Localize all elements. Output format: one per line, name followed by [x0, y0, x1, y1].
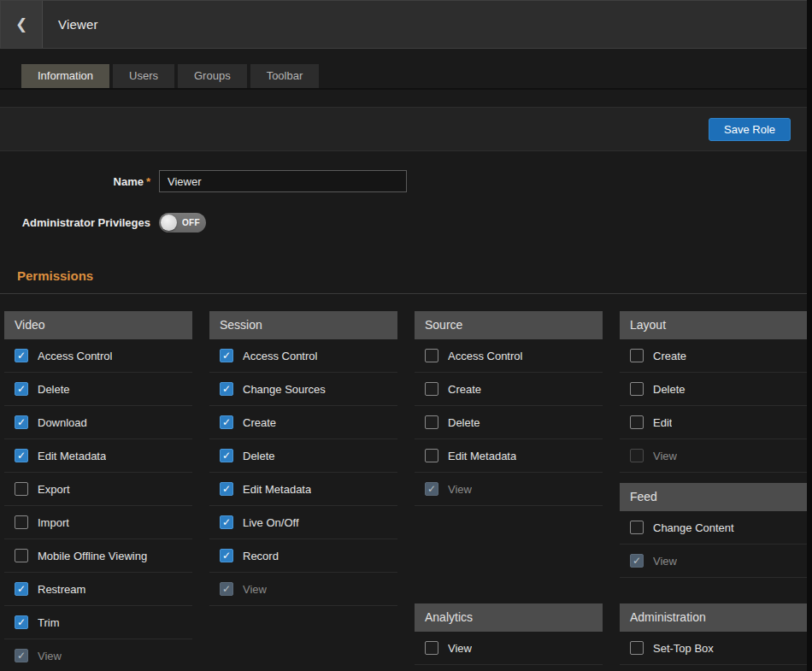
permission-label: Change Content — [653, 521, 734, 534]
permission-row-session-record: ✓Record — [209, 539, 397, 573]
checkbox-video-edit-metadata[interactable]: ✓ — [15, 449, 28, 462]
admin-privileges-row: Administrator Privileges OFF — [0, 213, 812, 232]
permission-group-video: Video✓Access Control✓Delete✓Download✓Edi… — [4, 311, 192, 671]
permission-row-video-download: ✓Download — [4, 406, 192, 439]
permission-row-session-edit-metadata: ✓Edit Metadata — [209, 473, 397, 506]
checkbox-administration-set-top-box[interactable] — [630, 641, 644, 655]
tab-users[interactable]: Users — [113, 64, 174, 88]
checkbox-video-restream[interactable]: ✓ — [15, 582, 28, 596]
permission-label: View — [653, 450, 677, 462]
permission-row-administration-set-top-box: Set-Top Box — [620, 632, 808, 665]
permission-row-video-edit-metadata: ✓Edit Metadata — [4, 439, 192, 473]
permission-label: Record — [243, 550, 279, 562]
permission-group-session: Session✓Access Control✓Change Sources✓Cr… — [209, 311, 397, 606]
permission-label: Access Control — [243, 350, 317, 362]
checkbox-video-delete[interactable]: ✓ — [15, 382, 28, 396]
save-role-button[interactable]: Save Role — [709, 118, 791, 141]
permission-label: Live On/Off — [243, 516, 299, 529]
tab-information[interactable]: Information — [21, 64, 109, 88]
name-input[interactable] — [159, 170, 407, 192]
checkbox-video-export[interactable] — [15, 482, 28, 496]
permission-label: View — [448, 483, 472, 496]
permission-label: Edit — [653, 416, 672, 429]
checkbox-video-access-control[interactable]: ✓ — [15, 349, 28, 362]
checkbox-session-live-on-off[interactable]: ✓ — [220, 515, 233, 529]
permission-row-session-create: ✓Create — [209, 406, 397, 439]
permission-row-video-import: Import — [4, 506, 192, 539]
permission-row-feed-view: ✓View — [620, 544, 808, 578]
checkbox-session-record[interactable]: ✓ — [220, 549, 233, 562]
toggle-state-label: OFF — [182, 218, 200, 227]
group-header-video: Video — [4, 311, 192, 339]
tab-groups[interactable]: Groups — [178, 64, 247, 88]
group-header-analytics: Analytics — [415, 603, 603, 632]
checkbox-layout-edit[interactable] — [630, 415, 644, 429]
top-header: ❮ Viewer — [0, 0, 812, 49]
checkbox-video-mobile-offline-viewing[interactable] — [15, 549, 28, 562]
permission-label: Change Sources — [243, 383, 326, 396]
toggle-knob-icon — [161, 215, 177, 231]
checkbox-source-create[interactable] — [425, 382, 438, 396]
permission-row-video-view: ✓View — [4, 639, 192, 671]
permission-label: Trim — [38, 616, 60, 629]
checkbox-source-view: ✓ — [425, 482, 438, 496]
checkbox-video-import[interactable] — [15, 515, 28, 529]
checkbox-session-create[interactable]: ✓ — [220, 415, 233, 429]
permission-label: Restream — [38, 583, 85, 596]
permission-label: Delete — [38, 383, 70, 396]
app-window: ❮ Viewer InformationUsersGroupsToolbar S… — [0, 0, 812, 671]
permission-row-session-change-sources: ✓Change Sources — [209, 373, 397, 406]
permission-group-administration: AdministrationSet-Top Box — [620, 603, 808, 665]
permission-group-layout: LayoutCreateDeleteEditView — [620, 311, 808, 473]
permission-row-feed-change-content: Change Content — [620, 511, 808, 544]
checkbox-video-trim[interactable]: ✓ — [15, 615, 28, 629]
permission-row-source-view: ✓View — [415, 473, 603, 506]
permission-label: View — [38, 650, 62, 662]
tab-toolbar[interactable]: Toolbar — [250, 64, 320, 88]
checkbox-source-delete[interactable] — [425, 415, 438, 429]
tab-bar: InformationUsersGroupsToolbar — [0, 64, 812, 90]
checkbox-analytics-view[interactable] — [425, 641, 438, 655]
name-row: Name* — [0, 170, 812, 192]
permission-group-analytics: AnalyticsView — [415, 603, 603, 665]
checkbox-feed-view: ✓ — [630, 554, 644, 568]
back-button[interactable]: ❮ — [1, 1, 43, 48]
role-form: Name* Administrator Privileges OFF — [0, 170, 812, 232]
checkbox-layout-create[interactable] — [630, 349, 644, 362]
checkbox-layout-delete[interactable] — [630, 382, 644, 396]
checkbox-session-change-sources[interactable]: ✓ — [220, 382, 233, 396]
permission-label: Edit Metadata — [243, 483, 311, 496]
checkbox-session-edit-metadata[interactable]: ✓ — [220, 482, 233, 496]
group-header-administration: Administration — [620, 603, 808, 632]
permission-row-video-export: Export — [4, 473, 192, 506]
name-label-text: Name — [114, 175, 144, 188]
permissions-heading: Permissions — [17, 268, 812, 283]
group-header-layout: Layout — [620, 311, 808, 339]
checkbox-video-download[interactable]: ✓ — [15, 415, 28, 429]
checkbox-video-view: ✓ — [15, 649, 28, 662]
scrollbar-track[interactable] — [807, 0, 812, 671]
permission-row-layout-create: Create — [620, 339, 808, 373]
permission-row-video-access-control: ✓Access Control — [4, 339, 192, 373]
permissions-columns: Video✓Access Control✓Delete✓Download✓Edi… — [0, 294, 812, 671]
permission-row-source-edit-metadata: Edit Metadata — [415, 439, 603, 473]
checkbox-layout-view — [630, 449, 644, 462]
checkbox-session-delete[interactable]: ✓ — [220, 449, 233, 462]
checkbox-source-access-control[interactable] — [425, 349, 438, 362]
permission-row-video-mobile-offline-viewing: Mobile Offline Viewing — [4, 539, 192, 573]
permission-label: Access Control — [448, 350, 522, 362]
permission-label: Create — [653, 350, 686, 362]
permission-row-source-access-control: Access Control — [415, 339, 603, 373]
name-label: Name* — [0, 175, 150, 188]
back-chevron-icon: ❮ — [15, 15, 27, 33]
permission-label: Delete — [653, 383, 685, 396]
checkbox-feed-change-content[interactable] — [630, 521, 644, 534]
checkbox-session-access-control[interactable]: ✓ — [220, 349, 233, 362]
group-header-source: Source — [415, 311, 603, 339]
checkbox-source-edit-metadata[interactable] — [425, 449, 438, 462]
group-header-feed: Feed — [620, 483, 808, 511]
permission-row-session-view: ✓View — [209, 573, 397, 606]
admin-privileges-label: Administrator Privileges — [0, 216, 150, 229]
permission-label: Download — [38, 416, 87, 429]
admin-privileges-toggle[interactable]: OFF — [159, 213, 206, 232]
